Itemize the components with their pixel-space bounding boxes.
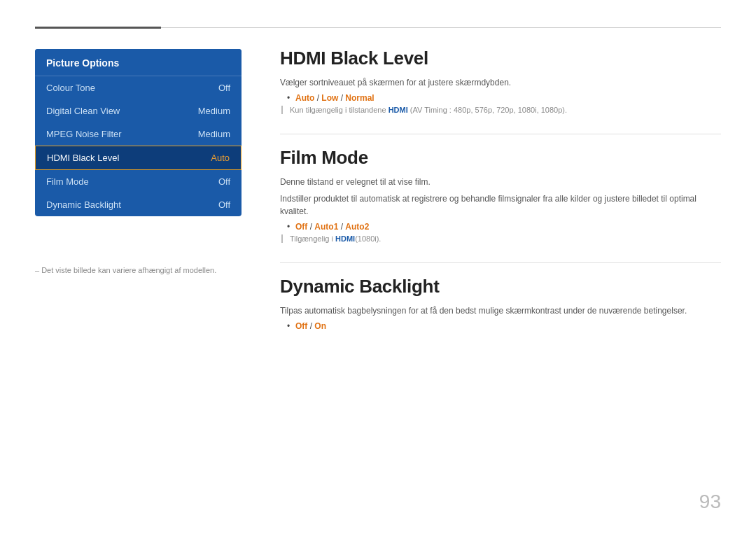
- section-film-mode: Film Mode Denne tilstand er velegnet til…: [280, 147, 721, 243]
- sidebar-item-value: Medium: [198, 129, 230, 139]
- right-content: HDMI Black Level Vælger sortniveauet på …: [280, 48, 721, 351]
- options-list-backlight: Off / On: [287, 321, 721, 331]
- sidebar-item-colour-tone[interactable]: Colour Tone Off: [35, 76, 241, 99]
- left-panel: Picture Options Colour Tone Off Digital …: [35, 49, 241, 216]
- page-number: 93: [699, 491, 721, 513]
- divider-2: [280, 262, 721, 263]
- option-normal: Normal: [345, 93, 374, 103]
- note-film-highlight: HDMI: [335, 234, 355, 243]
- sidebar-item-dynamic-backlight[interactable]: Dynamic Backlight Off: [35, 193, 241, 216]
- section-title-backlight: Dynamic Backlight: [280, 276, 721, 297]
- section-title-film: Film Mode: [280, 147, 721, 169]
- option-auto: Auto: [295, 93, 314, 103]
- sidebar-item-value: Medium: [198, 106, 230, 116]
- section-hdmi-black-level: HDMI Black Level Vælger sortniveauet på …: [280, 48, 721, 114]
- options-list-film: Off / Auto1 / Auto2: [287, 222, 721, 232]
- section-title-hdmi: HDMI Black Level: [280, 48, 721, 69]
- option-auto2-film: Auto2: [345, 222, 369, 232]
- sidebar-item-value: Off: [218, 83, 230, 93]
- options-list-hdmi: Auto / Low / Normal: [287, 93, 721, 103]
- sidebar-item-value: Off: [218, 199, 230, 210]
- option-item-film: Off / Auto1 / Auto2: [287, 222, 721, 232]
- menu-title: Picture Options: [35, 49, 241, 76]
- option-item-hdmi: Auto / Low / Normal: [287, 93, 721, 103]
- sidebar-item-value: Off: [218, 176, 230, 187]
- option-item-backlight: Off / On: [287, 321, 721, 331]
- sidebar-item-label: MPEG Noise Filter: [46, 129, 122, 139]
- footer-note: – Det viste billede kan variere afhængig…: [35, 266, 216, 274]
- top-line-dark: [35, 27, 161, 29]
- section-desc-backlight: Tilpas automatisk bagbelysningen for at …: [280, 304, 721, 317]
- sidebar-item-film-mode[interactable]: Film Mode Off: [35, 170, 241, 193]
- note-hdmi-highlight: HDMI: [388, 106, 408, 114]
- option-off-backlight: Off: [295, 321, 307, 331]
- sidebar-item-digital-clean-view[interactable]: Digital Clean View Medium: [35, 99, 241, 122]
- sidebar-item-label: Digital Clean View: [46, 106, 120, 116]
- option-low: Low: [321, 93, 338, 103]
- sidebar-item-label: Film Mode: [46, 176, 89, 187]
- sidebar-item-value: Auto: [211, 153, 230, 163]
- sidebar-item-label: Colour Tone: [46, 83, 95, 93]
- note-film: Tilgængelig i HDMI(1080i).: [281, 234, 721, 243]
- divider-1: [280, 134, 721, 134]
- sidebar-item-label: Dynamic Backlight: [46, 199, 121, 210]
- section-desc-hdmi: Vælger sortniveauet på skærmen for at ju…: [280, 76, 721, 89]
- menu-box: Picture Options Colour Tone Off Digital …: [35, 49, 241, 216]
- top-lines: [35, 27, 721, 29]
- option-off-film: Off: [295, 222, 307, 232]
- note-hdmi: Kun tilgængelig i tilstandene HDMI (AV T…: [281, 106, 721, 114]
- sidebar-item-label: HDMI Black Level: [47, 153, 119, 163]
- sidebar-item-hdmi-black-level[interactable]: HDMI Black Level Auto: [35, 146, 241, 170]
- top-line-light: [161, 27, 721, 28]
- sidebar-item-mpeg-noise-filter[interactable]: MPEG Noise Filter Medium: [35, 122, 241, 146]
- section-desc-film-1: Denne tilstand er velegnet til at vise f…: [280, 176, 721, 188]
- option-on-backlight: On: [314, 321, 326, 331]
- section-dynamic-backlight: Dynamic Backlight Tilpas automatisk bagb…: [280, 276, 721, 331]
- section-desc-film-2: Indstiller produktet til automatisk at r…: [280, 192, 721, 218]
- option-auto1-film: Auto1: [314, 222, 338, 232]
